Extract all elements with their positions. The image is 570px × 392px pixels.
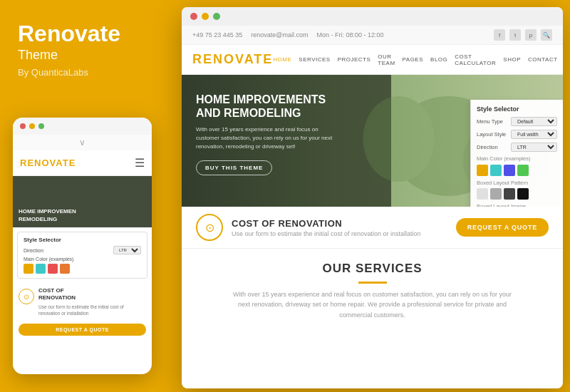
mobile-dot-green: [38, 123, 44, 129]
cost-title: COST OF RENOVATION: [232, 218, 421, 229]
mobile-style-selector-title: Style Selector: [24, 237, 141, 243]
site-topbar: +49 75 23 445 35 renovate@mail.com Mon -…: [182, 26, 563, 45]
topbar-phone: +49 75 23 445 35: [192, 31, 242, 38]
browser-mockup: +49 75 23 445 35 renovate@mail.com Mon -…: [182, 7, 563, 388]
mobile-color-swatches: [24, 264, 141, 274]
hero-title: HOME IMPROVEMENTS AND REMODELING: [196, 93, 338, 120]
nav-our-team[interactable]: OUR TEAM: [378, 53, 395, 66]
mobile-cost-icon: ⊙: [19, 289, 34, 304]
facebook-icon[interactable]: f: [494, 29, 505, 41]
topbar-email: renovate@mail.com: [251, 31, 308, 38]
services-title: OUR SERVICES: [196, 262, 549, 276]
sp-color-swatches: [477, 165, 557, 176]
nav-services[interactable]: SERVICES: [299, 56, 330, 63]
mobile-color-swatch-red[interactable]: [48, 264, 58, 274]
site-services: OUR SERVICES With over 15 years experien…: [182, 249, 563, 333]
cost-request-quote-btn[interactable]: REQUEST A QUOTE: [456, 218, 549, 237]
style-panel-title: Style Selector: [477, 105, 557, 113]
sp-boxed-image-label: Boxed Layout Image: [477, 203, 557, 207]
mobile-dot-yellow: [29, 123, 35, 129]
brand-title: Renovate: [18, 21, 159, 46]
mobile-chevron: ∨: [13, 135, 152, 150]
cost-desc: Use our form to estimate the initial cos…: [232, 230, 421, 237]
sp-layout-style-label: Layout Style: [477, 131, 506, 138]
browser-top-bar: [182, 7, 563, 26]
sp-menu-type-select[interactable]: Default: [511, 117, 557, 126]
sp-menu-type-label: Menu Type: [477, 118, 503, 125]
sp-color-green[interactable]: [517, 165, 529, 176]
browser-dot-yellow: [202, 13, 209, 20]
mobile-hero-text: HOME IMPROVEMEN REMODELING: [19, 208, 76, 223]
sp-main-color-label: Main Color (examples): [477, 155, 557, 162]
mobile-cost-content: COST OF RENOVATION Use our form to estim…: [38, 287, 146, 316]
nav-home[interactable]: HOME: [273, 56, 291, 63]
sp-color-yellow[interactable]: [477, 165, 488, 176]
search-icon[interactable]: 🔍: [541, 29, 552, 41]
mobile-mockup: ∨ RENOVATE ☰ HOME IMPROVEMEN REMODELING …: [13, 118, 152, 374]
sp-layout-box-light[interactable]: [477, 188, 488, 200]
brand-subtitle: Theme: [18, 48, 159, 63]
left-panel: Renovate Theme By QuanticaLabs ∨ RENOVAT…: [0, 0, 177, 392]
topbar-hours: Mon - Fri: 08:00 - 12:00: [317, 31, 384, 38]
mobile-dot-red: [20, 123, 26, 129]
nav-pages[interactable]: PAGES: [403, 56, 423, 63]
svg-point-2: [363, 96, 435, 182]
site-nav-links: HOME SERVICES PROJECTS OUR TEAM PAGES BL…: [273, 53, 557, 66]
pinterest-icon[interactable]: p: [525, 29, 537, 41]
mobile-hamburger-icon[interactable]: ☰: [135, 156, 145, 170]
sp-color-teal[interactable]: [490, 165, 502, 176]
mobile-cost-title: COST OF RENOVATION: [38, 287, 146, 302]
sp-direction-row: Direction LTR: [477, 143, 557, 152]
mobile-color-swatch-orange[interactable]: [60, 264, 70, 274]
browser-dot-red: [190, 13, 197, 20]
nav-projects[interactable]: PROJECTS: [338, 56, 371, 63]
mobile-hero: HOME IMPROVEMEN REMODELING: [13, 176, 152, 227]
services-desc: With over 15 years experience and real f…: [230, 289, 515, 320]
site-topbar-right: f t p 🔍: [494, 29, 552, 41]
sp-layout-boxes: [477, 188, 557, 200]
twitter-icon[interactable]: t: [509, 29, 521, 41]
mobile-color-swatch-teal[interactable]: [36, 264, 46, 274]
mobile-color-swatch-yellow[interactable]: [24, 264, 33, 274]
cost-bar-left: ⊙ COST OF RENOVATION Use our form to est…: [196, 214, 421, 241]
mobile-direction-select[interactable]: LTR: [113, 246, 141, 254]
site-logo[interactable]: RENOVATE: [192, 52, 273, 67]
site-topbar-left: +49 75 23 445 35 renovate@mail.com Mon -…: [192, 31, 384, 38]
mobile-style-selector: Style Selector Direction: LTR Main Color…: [17, 232, 147, 279]
cost-text: COST OF RENOVATION Use our form to estim…: [232, 218, 421, 237]
nav-blog[interactable]: BLOG: [430, 56, 447, 63]
nav-contact[interactable]: CONTACT: [528, 56, 558, 63]
browser-dot-green: [213, 13, 220, 20]
sp-boxed-layout-label: Boxed Layout Pattern: [477, 180, 557, 186]
sp-layout-box-mid[interactable]: [490, 188, 502, 200]
sp-menu-type-row: Menu Type Default: [477, 117, 557, 126]
site-cost-bar: ⊙ COST OF RENOVATION Use our form to est…: [182, 207, 563, 249]
cost-icon: ⊙: [196, 214, 223, 241]
mobile-direction-row: Direction: LTR: [24, 246, 141, 254]
site-nav: RENOVATE HOME SERVICES PROJECTS OUR TEAM…: [182, 45, 563, 75]
mobile-header: RENOVATE ☰: [13, 150, 152, 176]
mobile-cost-section: ⊙ COST OF RENOVATION Use our form to est…: [13, 283, 152, 321]
hero-cta-btn[interactable]: BUY THIS THEME: [196, 160, 272, 175]
nav-cost-calculator[interactable]: COST CALCULATOR: [455, 53, 496, 66]
hero-content: HOME IMPROVEMENTS AND REMODELING With ov…: [196, 93, 338, 175]
mobile-cost-desc: Use our form to estimate the initial cos…: [38, 304, 146, 316]
services-divider: [358, 282, 387, 284]
style-selector-panel: Style Selector Menu Type Default Layout …: [470, 100, 563, 207]
sp-direction-label: Direction: [477, 144, 498, 150]
brand-by: By QuanticaLabs: [18, 67, 159, 78]
mobile-logo: RENOVATE: [20, 158, 76, 168]
sp-layout-box-dark[interactable]: [504, 188, 515, 200]
mobile-request-quote-btn[interactable]: REQUEST A QUOTE: [19, 324, 146, 336]
site-hero: HOME IMPROVEMENTS AND REMODELING With ov…: [182, 75, 563, 207]
sp-direction-select[interactable]: LTR: [511, 143, 557, 152]
sp-color-blue[interactable]: [504, 165, 515, 176]
sp-layout-style-select[interactable]: Full width: [511, 130, 557, 139]
mobile-top-bar: [13, 118, 152, 135]
sp-layout-box-black[interactable]: [517, 188, 529, 200]
hero-desc: With over 15 years experience and real f…: [196, 125, 338, 151]
nav-shop[interactable]: SHOP: [503, 56, 521, 63]
sp-layout-style-row: Layout Style Full width: [477, 130, 557, 139]
